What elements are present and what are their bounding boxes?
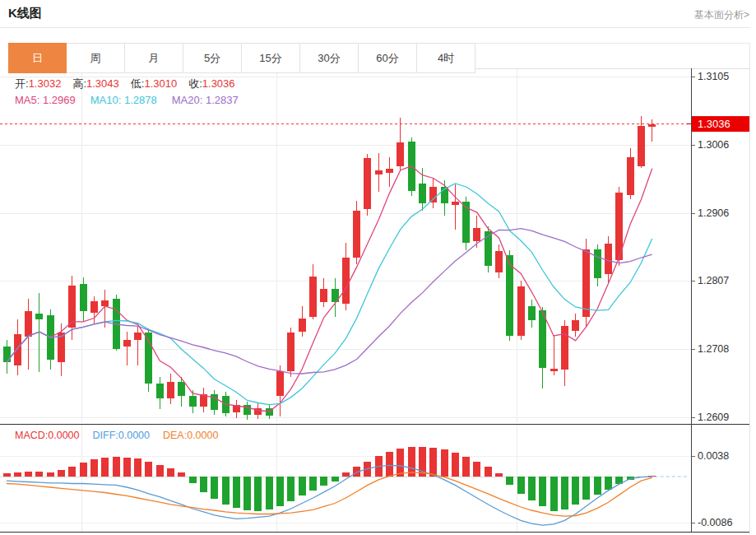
candle-body bbox=[561, 326, 568, 370]
candle-body bbox=[299, 319, 306, 332]
macd-hist-bar bbox=[145, 462, 152, 477]
tab-15min[interactable]: 15分 bbox=[242, 43, 300, 73]
macd-hist-bar bbox=[134, 458, 141, 477]
period-tab-bar: 日 周 月 5分 15分 30分 60分 4时 bbox=[8, 43, 475, 73]
macd-hist-bar bbox=[550, 477, 558, 511]
candle-body bbox=[605, 244, 612, 275]
macd-hist-bar bbox=[3, 473, 11, 477]
macd-hist-bar bbox=[178, 472, 185, 477]
macd-hist-bar bbox=[47, 472, 54, 477]
macd-hist-bar bbox=[156, 465, 164, 477]
macd-hist-bar bbox=[517, 477, 525, 494]
kline-widget: 1.31051.30061.29061.28071.27081.26090.00… bbox=[0, 0, 756, 535]
candle-body bbox=[419, 184, 426, 202]
tab-month[interactable]: 月 bbox=[125, 43, 183, 73]
candle-body bbox=[123, 340, 131, 347]
macd-hist-bar bbox=[332, 477, 339, 482]
macd-axis-label: 0.0038 bbox=[698, 450, 729, 462]
macd-hist-bar bbox=[254, 477, 262, 511]
macd-hist-bar bbox=[528, 477, 536, 500]
ma20-readout: MA20: 1.2837 bbox=[172, 94, 239, 106]
close-readout: 收:1.3036 bbox=[188, 77, 234, 91]
ma10-readout: MA10: 1.2878 bbox=[90, 94, 157, 106]
ma10-line bbox=[7, 184, 652, 405]
macd-hist-bar bbox=[25, 472, 32, 477]
current-price-badge-label: 1.3036 bbox=[698, 118, 730, 130]
macd-hist-bar bbox=[506, 477, 513, 485]
macd-hist-bar bbox=[320, 477, 327, 486]
macd-hist-bar bbox=[58, 470, 65, 477]
macd-value-readout: MACD:0.0000 bbox=[15, 430, 80, 441]
macd-hist-bar bbox=[276, 477, 284, 506]
candle-body bbox=[429, 187, 437, 202]
tab-day[interactable]: 日 bbox=[8, 43, 67, 73]
diff-value-readout: DIFF:0.0000 bbox=[93, 430, 150, 441]
price-axis-label: 1.2609 bbox=[698, 412, 729, 423]
header-divider bbox=[0, 27, 750, 28]
macd-hist-bar bbox=[441, 449, 448, 477]
price-axis-label: 1.3006 bbox=[698, 139, 729, 151]
macd-hist-bar bbox=[485, 467, 492, 477]
macd-hist-bar bbox=[309, 477, 317, 491]
candle-body bbox=[550, 369, 558, 371]
candle-body bbox=[320, 289, 327, 302]
candle-body bbox=[287, 333, 295, 371]
macd-hist-bar bbox=[189, 477, 197, 483]
tab-week[interactable]: 周 bbox=[67, 43, 125, 73]
macd-hist-bar bbox=[167, 468, 174, 477]
macd-hist-bar bbox=[582, 477, 590, 500]
macd-hist-bar bbox=[222, 477, 230, 505]
candle-body bbox=[14, 334, 21, 365]
tab-4hour[interactable]: 4时 bbox=[417, 43, 475, 73]
candle-body bbox=[594, 249, 601, 278]
macd-hist-bar bbox=[561, 477, 568, 509]
candle-body bbox=[528, 306, 536, 321]
candle-body bbox=[80, 284, 87, 311]
open-readout: 开:1.3032 bbox=[15, 77, 61, 91]
price-axis-label: 1.2906 bbox=[698, 207, 729, 219]
candle-body bbox=[452, 202, 459, 205]
candle-body bbox=[638, 126, 645, 166]
macd-hist-bar bbox=[495, 473, 503, 477]
macd-hist-bar bbox=[200, 477, 207, 492]
ma5-readout: MA5: 1.2969 bbox=[15, 94, 76, 106]
macd-hist-bar bbox=[233, 477, 240, 508]
candle-body bbox=[243, 405, 251, 416]
candle-body bbox=[3, 347, 11, 362]
price-axis-label: 1.3105 bbox=[698, 71, 729, 82]
macd-hist-bar bbox=[397, 449, 404, 477]
macd-axis-label: -0.0086 bbox=[698, 517, 732, 528]
candle-body bbox=[134, 333, 141, 339]
fundamental-analysis-link[interactable]: 基本面分析> bbox=[694, 8, 749, 22]
tab-30min[interactable]: 30分 bbox=[300, 43, 359, 73]
macd-hist-bar bbox=[68, 467, 76, 477]
macd-hist-bar bbox=[572, 477, 579, 505]
macd-hist-bar bbox=[452, 453, 459, 477]
macd-hist-bar bbox=[90, 459, 98, 477]
candle-body bbox=[211, 394, 218, 410]
macd-hist-bar bbox=[605, 477, 612, 490]
macd-hist-bar bbox=[299, 477, 306, 495]
macd-hist-bar bbox=[462, 457, 470, 477]
candle-body bbox=[495, 251, 503, 272]
candle-body bbox=[309, 277, 317, 317]
candle-body bbox=[167, 382, 174, 398]
macd-hist-bar bbox=[243, 477, 251, 510]
tab-5min[interactable]: 5分 bbox=[183, 43, 242, 73]
candle-body bbox=[397, 142, 404, 166]
candle-body bbox=[364, 158, 371, 209]
dea-value-readout: DEA:0.0000 bbox=[163, 430, 218, 441]
ma-readout: MA5: 1.2969 MA10: 1.2878 MA20: 1.2837 bbox=[15, 94, 253, 106]
macd-hist-bar bbox=[539, 477, 546, 506]
candle-body bbox=[189, 396, 197, 407]
tab-60min[interactable]: 60分 bbox=[359, 43, 417, 73]
candle-body bbox=[101, 300, 109, 306]
candle-body bbox=[156, 384, 164, 398]
macd-hist-bar bbox=[14, 472, 21, 477]
candle-body bbox=[386, 169, 393, 173]
price-axis-label: 1.2807 bbox=[698, 275, 729, 286]
candle-body bbox=[178, 382, 185, 397]
candle-body bbox=[572, 320, 579, 331]
macd-hist-bar bbox=[123, 458, 131, 477]
macd-hist-bar bbox=[266, 477, 273, 509]
